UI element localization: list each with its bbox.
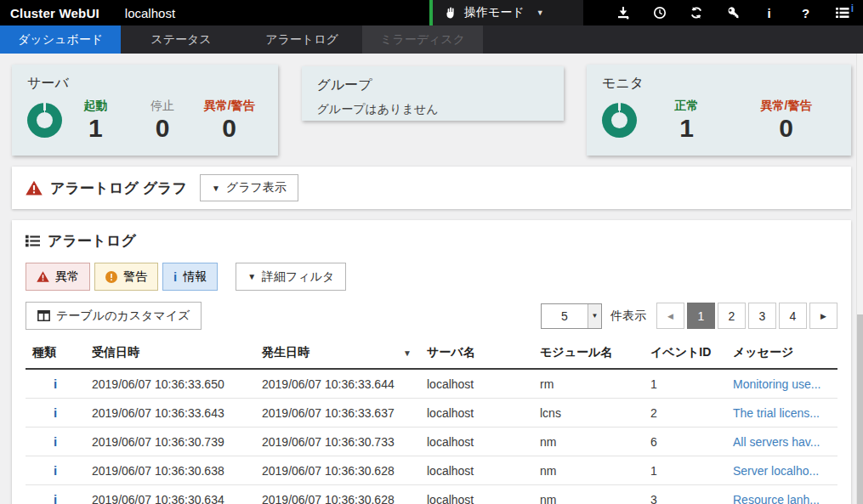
operation-mode-dropdown[interactable]: 操作モード ▼ bbox=[429, 0, 583, 25]
table-row: i 2019/06/07 10:36:33.643 2019/06/07 10:… bbox=[26, 399, 837, 428]
col-message[interactable]: メッセージ bbox=[726, 342, 837, 369]
table-row: i 2019/06/07 10:36:33.650 2019/06/07 10:… bbox=[26, 369, 837, 399]
monitor-summary-card: モニタ 正常 1 異常/警告 0 bbox=[587, 65, 851, 156]
clock-icon[interactable] bbox=[652, 6, 667, 20]
server-card-title: サーバ bbox=[27, 75, 263, 93]
server-cell: localhost bbox=[420, 485, 533, 504]
filter-warning-button[interactable]: 警告 bbox=[94, 263, 158, 291]
info-i-icon: i bbox=[54, 405, 57, 420]
next-arrow-icon: ▶ bbox=[820, 312, 826, 320]
warning-triangle-icon bbox=[26, 180, 43, 195]
event-id-cell: 2 bbox=[644, 399, 726, 428]
group-card-title: グループ bbox=[317, 76, 548, 94]
alert-log-panel: アラートログ 異常 警告 i 情報 ▼ 詳細フィルタ bbox=[12, 220, 851, 504]
tab-status[interactable]: ステータス bbox=[121, 25, 241, 54]
col-event-id[interactable]: イベントID bbox=[644, 342, 726, 369]
page-button-3[interactable]: 3 bbox=[748, 303, 776, 329]
col-server[interactable]: サーバ名 bbox=[420, 342, 533, 369]
next-page-button[interactable]: ▶ bbox=[809, 303, 837, 329]
group-empty-text: グループはありません bbox=[317, 102, 548, 117]
occurred-cell: 2019/06/07 10:36:30.628 bbox=[255, 485, 420, 504]
server-summary-card: サーバ 起動 1 停止 0 異常/警告 0 bbox=[12, 65, 278, 156]
message-link[interactable]: Monitoring use... bbox=[733, 377, 821, 391]
download-icon[interactable] bbox=[616, 6, 630, 20]
col-occurred[interactable]: 発生日時▼ bbox=[255, 342, 420, 369]
page-button-2[interactable]: 2 bbox=[718, 303, 746, 329]
scrollbar-thumb[interactable] bbox=[857, 314, 863, 504]
integrated-info-icon[interactable]: i bbox=[835, 6, 849, 20]
message-link[interactable]: All servers hav... bbox=[733, 435, 820, 449]
message-link[interactable]: Resource lanh... bbox=[733, 493, 820, 504]
col-received[interactable]: 受信日時 bbox=[85, 342, 255, 369]
stat-label: 停止 bbox=[129, 99, 196, 114]
monitor-card-title: モニタ bbox=[602, 75, 836, 93]
received-cell: 2019/06/07 10:36:30.739 bbox=[85, 428, 255, 456]
chevron-down-icon: ▼ bbox=[537, 8, 544, 17]
server-cell: localhost bbox=[420, 399, 533, 428]
tab-dashboard[interactable]: ダッシュボード bbox=[0, 25, 121, 54]
tab-bar: ダッシュボード ステータス アラートログ ミラーディスク bbox=[0, 25, 863, 54]
occurred-cell: 2019/06/07 10:36:30.628 bbox=[255, 456, 420, 485]
server-cell: localhost bbox=[420, 428, 533, 456]
detail-filter-button[interactable]: ▼ 詳細フィルタ bbox=[236, 263, 346, 291]
col-type[interactable]: 種類 bbox=[26, 342, 85, 369]
server-cell: localhost bbox=[420, 456, 533, 485]
page-size-suffix: 件表示 bbox=[610, 309, 646, 324]
message-link[interactable]: The trial licens... bbox=[733, 406, 820, 420]
event-id-cell: 6 bbox=[644, 428, 726, 456]
received-cell: 2019/06/07 10:36:33.643 bbox=[85, 399, 255, 428]
stat-value: 0 bbox=[196, 115, 263, 142]
reload-icon[interactable] bbox=[689, 6, 703, 20]
filter-error-button[interactable]: 異常 bbox=[26, 263, 90, 291]
tab-alert-log[interactable]: アラートログ bbox=[241, 25, 362, 54]
table-row: i 2019/06/07 10:36:30.739 2019/06/07 10:… bbox=[26, 428, 837, 456]
page-button-1[interactable]: 1 bbox=[687, 303, 715, 329]
info-i-icon: i bbox=[54, 492, 57, 504]
page-button-4[interactable]: 4 bbox=[779, 303, 807, 329]
info-i-icon: i bbox=[54, 434, 57, 449]
group-summary-card: グループ グループはありません bbox=[302, 66, 564, 121]
severity-filter-row: 異常 警告 i 情報 ▼ 詳細フィルタ bbox=[26, 263, 837, 291]
stat-value: 0 bbox=[129, 115, 196, 142]
page-size-select[interactable]: 5 ▼ bbox=[541, 303, 602, 329]
monitor-donut-chart bbox=[602, 103, 637, 138]
customize-table-button[interactable]: テーブルのカスタマイズ bbox=[26, 302, 202, 330]
stat-value: 0 bbox=[736, 115, 836, 142]
col-module[interactable]: モジュール名 bbox=[533, 342, 644, 369]
alert-graph-panel: アラートログ グラフ ▼ グラフ表示 bbox=[12, 167, 851, 209]
table-header-row: 種類 受信日時 発生日時▼ サーバ名 モジュール名 イベントID メッセージ bbox=[26, 342, 837, 369]
topbar-icon-group: i ? i bbox=[583, 0, 863, 25]
alert-graph-title: アラートログ グラフ bbox=[50, 178, 187, 198]
stat-value: 1 bbox=[62, 115, 129, 142]
key-icon[interactable] bbox=[725, 6, 740, 20]
help-icon[interactable]: ? bbox=[798, 6, 813, 20]
integrated-info-badge: i bbox=[851, 3, 854, 14]
caret-down-icon: ▼ bbox=[212, 184, 220, 193]
stat-label: 異常/警告 bbox=[736, 99, 836, 114]
page-size-value: 5 bbox=[542, 309, 588, 323]
server-cell: localhost bbox=[420, 369, 533, 399]
stat-label: 異常/警告 bbox=[196, 99, 263, 114]
tab-mirror-disk: ミラーディスク bbox=[362, 25, 483, 54]
table-row: i 2019/06/07 10:36:30.634 2019/06/07 10:… bbox=[26, 485, 837, 504]
graph-display-toggle-button[interactable]: ▼ グラフ表示 bbox=[200, 174, 298, 201]
app-brand: Cluster WebUI bbox=[0, 6, 99, 20]
message-link[interactable]: Server localho... bbox=[733, 464, 819, 478]
info-i-icon: i bbox=[54, 377, 57, 391]
filter-info-button[interactable]: i 情報 bbox=[162, 263, 218, 291]
event-id-cell: 1 bbox=[644, 456, 726, 485]
select-arrow-icon: ▼ bbox=[588, 304, 601, 328]
module-cell: lcns bbox=[533, 399, 644, 428]
monitor-stat-normal: 正常 1 bbox=[637, 99, 736, 142]
received-cell: 2019/06/07 10:36:33.650 bbox=[85, 369, 255, 399]
vertical-scrollbar[interactable] bbox=[856, 54, 863, 504]
stat-label: 起動 bbox=[62, 99, 129, 114]
info-icon[interactable]: i bbox=[762, 6, 776, 20]
module-cell: nm bbox=[533, 485, 644, 504]
sort-desc-icon[interactable]: ▼ bbox=[403, 348, 412, 358]
occurred-cell: 2019/06/07 10:36:33.637 bbox=[255, 399, 420, 428]
table-row: i 2019/06/07 10:36:30.638 2019/06/07 10:… bbox=[26, 456, 837, 485]
received-cell: 2019/06/07 10:36:30.634 bbox=[85, 485, 255, 504]
prev-page-button[interactable]: ◀ bbox=[656, 303, 684, 329]
table-icon bbox=[37, 310, 50, 321]
